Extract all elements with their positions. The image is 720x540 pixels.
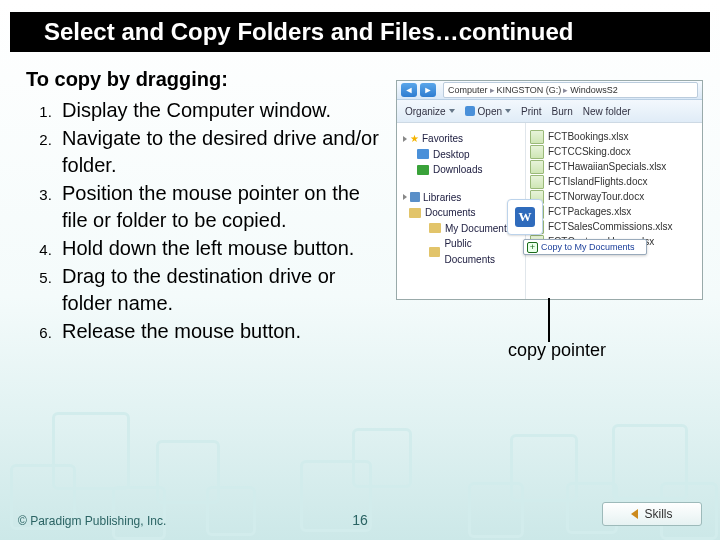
step-4: Hold down the left mouse button. bbox=[56, 235, 386, 263]
nav-libraries-header: Libraries bbox=[403, 190, 521, 206]
excel-icon bbox=[530, 160, 544, 174]
file-row: FCTCCSking.docx bbox=[530, 144, 698, 159]
toolbar-open: Open bbox=[465, 106, 511, 117]
title-bar: Select and Copy Folders and Files…contin… bbox=[10, 12, 710, 52]
callout-line bbox=[548, 298, 550, 342]
excel-icon bbox=[530, 175, 544, 189]
explorer-toolbar: Organize Open Print Burn New folder bbox=[397, 100, 702, 123]
lead-text: To copy by dragging: bbox=[26, 68, 386, 91]
copy-tooltip: + Copy to My Documents bbox=[523, 239, 647, 255]
toolbar-burn: Burn bbox=[552, 106, 573, 117]
nav-downloads: Downloads bbox=[417, 162, 521, 178]
file-row: FCTNorwayTour.docx bbox=[530, 189, 698, 204]
forward-button-icon: ► bbox=[420, 83, 436, 97]
back-button-icon: ◄ bbox=[401, 83, 417, 97]
copy-tooltip-label: Copy to My Documents bbox=[541, 242, 635, 252]
file-row: FCTSalesCommissions.xlsx bbox=[530, 219, 698, 234]
breadcrumb: Computer▸ KINGSTON (G:)▸ WindowsS2 bbox=[443, 82, 698, 98]
toolbar-print: Print bbox=[521, 106, 542, 117]
body-text: To copy by dragging: Display the Compute… bbox=[26, 68, 386, 345]
arrow-left-icon bbox=[631, 509, 638, 519]
steps-list: Display the Computer window. Navigate to… bbox=[26, 97, 386, 345]
plus-icon: + bbox=[527, 242, 538, 253]
toolbar-newfolder: New folder bbox=[583, 106, 631, 117]
step-5: Drag to the destination drive or folder … bbox=[56, 263, 386, 318]
slide-title: Select and Copy Folders and Files…contin… bbox=[10, 18, 573, 46]
breadcrumb-computer: Computer bbox=[448, 85, 488, 95]
step-1: Display the Computer window. bbox=[56, 97, 386, 125]
nav-documents: Documents bbox=[417, 205, 521, 221]
slide: Select and Copy Folders and Files…contin… bbox=[0, 0, 720, 540]
file-row: FCTHawaiianSpecials.xlsx bbox=[530, 159, 698, 174]
breadcrumb-drive: KINGSTON (G:) bbox=[497, 85, 562, 95]
skills-button[interactable]: Skills bbox=[602, 502, 702, 526]
file-list: FCTBookings.xlsx FCTCCSking.docx FCTHawa… bbox=[526, 123, 702, 300]
nav-publicdocs: Public Documents bbox=[429, 236, 521, 267]
nav-favorites-header: ★Favorites bbox=[403, 131, 521, 147]
explorer-panes: ★Favorites Desktop Downloads Libraries D… bbox=[397, 123, 702, 300]
breadcrumb-folder: WindowsS2 bbox=[570, 85, 618, 95]
nav-libraries-label: Libraries bbox=[423, 190, 461, 206]
explorer-screenshot: ◄ ► Computer▸ KINGSTON (G:)▸ WindowsS2 O… bbox=[396, 80, 703, 300]
toolbar-organize: Organize bbox=[405, 106, 455, 117]
nav-favorites-label: Favorites bbox=[422, 131, 463, 147]
callout-label: copy pointer bbox=[508, 340, 606, 361]
excel-icon bbox=[530, 145, 544, 159]
excel-icon bbox=[530, 130, 544, 144]
word-drag-icon: W bbox=[507, 199, 543, 235]
window-chrome: ◄ ► Computer▸ KINGSTON (G:)▸ WindowsS2 bbox=[397, 81, 702, 100]
file-row: FCTIslandFlights.docx bbox=[530, 174, 698, 189]
file-row: FCTBookings.xlsx bbox=[530, 129, 698, 144]
skills-button-label: Skills bbox=[644, 507, 672, 521]
step-2: Navigate to the desired drive and/or fol… bbox=[56, 125, 386, 180]
step-6: Release the mouse button. bbox=[56, 318, 386, 346]
nav-desktop: Desktop bbox=[417, 147, 521, 163]
step-3: Position the mouse pointer on the file o… bbox=[56, 180, 386, 235]
file-row: FCTPackages.xlsx bbox=[530, 204, 698, 219]
